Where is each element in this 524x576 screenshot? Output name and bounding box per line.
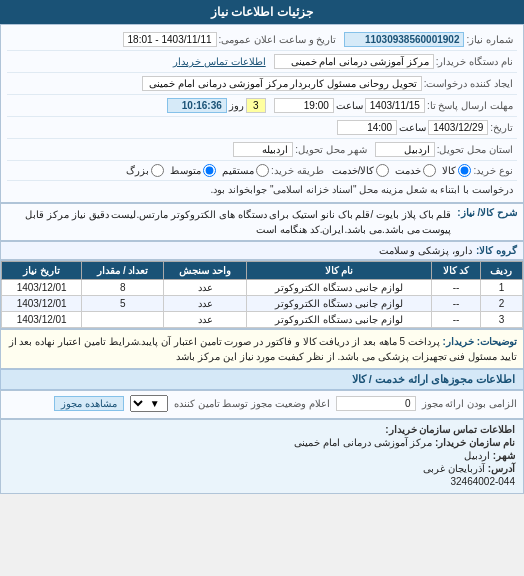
radio-kala[interactable]: کالا [442,164,471,177]
tarikh-saaat-from: 19:00 [274,98,334,113]
tarikh-from: 1403/11/15 [365,98,425,113]
bottom-section-title: اطلاعات مجوزهای ارائه خدمت / کالا [0,369,524,390]
contact-city-label: شهر: [493,450,515,461]
tarikh-label: مهلت ارسال پاسخ تا: [427,100,513,111]
tarikh-label2: تاریخ: [490,122,513,133]
info-row-3: ایجاد کننده درخواست: تحویل روحانی مسئول … [7,73,517,95]
info-row-1: شماره نیاز: 11030938560001902 تاریخ و سا… [7,29,517,51]
info-row-4: مهلت ارسال پاسخ تا: 1403/11/15 ساعت 19:0… [7,95,517,117]
dar-dastgah-cell: نام دستگاه خریدار: مرکز آموزشی درمانی ام… [270,53,517,70]
ejad-value: تحویل روحانی مسئول کاربردار مرکز آموزشی … [142,76,422,91]
contact-name-value: مرکز آموزشی درمانی امام خمینی [294,437,432,448]
table-row: 3--لوازم جانبی دستگاه الکتروکوترعدد1403/… [2,312,523,328]
col-date: تاریخ نیاز [2,262,82,280]
table-row: 1--لوازم جانبی دستگاه الکتروکوترعدد81403… [2,280,523,296]
etelaat-link[interactable]: اطلاعات تماس خریدار [173,56,266,67]
page-header: جزئیات اطلاعات نیاز [0,0,524,24]
tarikh-roz-cell: 3 روز 10:16:36 [163,97,270,114]
gheymat-time: 14:00 [337,120,397,135]
contact-phone-value: 32464002-044 [450,476,515,487]
header-title: جزئیات اطلاعات نیاز [211,5,313,19]
dar-dastgah-label: نام دستگاه خریدار: [436,56,513,67]
contact-city-value: اردبیل [464,450,490,461]
gheymat-label: تاریخ و ساعت اعلان عمومی: [219,34,337,45]
bottom-info: الزامی بودن ارائه مجوز 0 اعلام وضعیت مجو… [0,390,524,419]
gheymat-cell: تاریخ: 1403/12/29 ساعت 14:00 [333,119,517,136]
dar-dastgah-value: مرکز آموزشی درمانی امام خمینی [274,54,434,69]
niar-number-label: شماره نیاز: [466,34,513,45]
radio-motovaset[interactable]: متوسط [170,164,216,177]
province-label: استان محل تحویل: [437,144,513,155]
start-date-cell: تاریخ و ساعت اعلان عمومی: 1403/11/11 - 1… [119,31,341,48]
tawzih-label2: خریدار: [443,336,474,347]
contact-section: اطلاعات تماس سازمان خریدار: نام سازمان خ… [0,419,524,494]
city-value: اردبیله [233,142,293,157]
table-row: 2--لوازم جانبی دستگاه الکتروکوترعدد51403… [2,296,523,312]
table-section: ردیف کد کالا نام کالا واحد سنجش تعداد / … [0,260,524,329]
gheymat-value: 1403/12/29 [428,120,488,135]
group-code-label: گروه کالا: [476,245,517,256]
info-row-5: تاریخ: 1403/12/29 ساعت 14:00 [7,117,517,139]
sharh-section: شرح کالا/ نیاز: قلم باک پلاز بایوت /قلم … [0,203,524,241]
free-value: 0 [336,396,416,411]
start-date-value: 1403/11/11 - 18:01 [123,32,217,47]
col-qty: تعداد / مقدار [82,262,164,280]
delivery-type-cell: نوع خرید: کالا خدمت کالا/خدمت [328,163,517,178]
info-row-7: نوع خرید: کالا خدمت کالا/خدمت طریقه خرید… [7,161,517,181]
purchase-note-cell: درخواست با ابتناء به شعل مزینه محل "اسنا… [7,183,517,196]
tawzih-label: توضیحات: [477,336,517,347]
tarikh-roz: 3 [246,98,266,113]
delivery-radio-group: کالا خدمت کالا/خدمت [332,164,472,177]
notes-section: توضیحات: خریدار: پرداخت 5 ماهه بعد از در… [0,329,524,369]
sharh-label: شرح کالا/ نیاز: [457,207,517,218]
niar-number-cell: شماره نیاز: 11030938560001902 [340,31,517,48]
city-cell: شهر محل تحویل: اردبیله [229,141,370,158]
purchase-radio-group: مستقیم متوسط بزرگ [126,164,269,177]
tarikh-cell: مهلت ارسال پاسخ تا: 1403/11/15 ساعت 19:0… [270,97,517,114]
radio-khedmat[interactable]: خدمت [395,164,436,177]
view-majoz-button[interactable]: مشاهده مجوز [54,396,124,411]
col-name: نام کالا [246,262,431,280]
group-code-section: گروه کالا: دارو، پزشکی و سلامت [0,241,524,260]
radio-mostaghim[interactable]: مستقیم [222,164,269,177]
info-row-8: درخواست با ابتناء به شعل مزینه محل "اسنا… [7,181,517,198]
ejad-cell: ایجاد کننده درخواست: تحویل روحانی مسئول … [138,75,517,92]
col-code: کد کالا [432,262,481,280]
info-row-6: استان محل تحویل: اردبیل شهر محل تحویل: ا… [7,139,517,161]
info-row-2: نام دستگاه خریدار: مرکز آموزشی درمانی ام… [7,51,517,73]
ejad-label: ایجاد کننده درخواست: [424,78,513,89]
info-grid: شماره نیاز: 11030938560001902 تاریخ و سا… [0,24,524,203]
tarikh-saaat-to: 10:16:36 [167,98,227,113]
col-unit: واحد سنجش [164,262,247,280]
city-label: شهر محل تحویل: [295,144,366,155]
province-value: اردبیل [375,142,435,157]
announce-label: اعلام وضعیت مجوز توسط تامین کننده [174,398,330,409]
etelaat-cell[interactable]: اطلاعات تماس خریدار [169,55,270,68]
sharh-text: قلم باک پلاز بایوت /قلم باک نانو استیک ب… [7,207,451,237]
col-row: ردیف [480,262,522,280]
announce-select[interactable]: ▼ [130,395,168,412]
group-code-value: دارو، پزشکی و سلامت [379,245,472,256]
tawzih-text: پرداخت 5 ماهه بعد از دریافت کالا و فاکتو… [9,336,517,362]
free-label: الزامی بودن ارائه مجوز [422,398,517,409]
contact-address-label: آدرس: [488,463,515,474]
items-table: ردیف کد کالا نام کالا واحد سنجش تعداد / … [1,261,523,328]
purchase-type-label: طریقه خرید: [271,165,324,176]
contact-address-value: آذربایجان غربی [423,463,485,474]
contact-title: اطلاعات تماس سازمان خریدار: [385,424,515,435]
purchase-note: درخواست با ابتناء به شعل مزینه محل "اسنا… [211,184,513,195]
contact-name-label: نام سازمان خریدار: [435,437,515,448]
radio-bozorg[interactable]: بزرگ [126,164,164,177]
niar-number-value: 11030938560001902 [344,32,464,47]
radio-kala-khedmat[interactable]: کالا/خدمت [332,164,390,177]
province-cell: استان محل تحویل: اردبیل [371,141,517,158]
purchase-type-cell: طریقه خرید: مستقیم متوسط بزرگ [122,163,328,178]
